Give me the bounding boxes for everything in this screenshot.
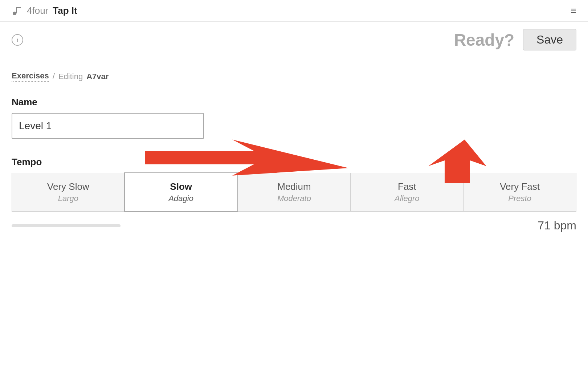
tempo-label: Tempo: [12, 156, 576, 168]
tempo-fast-main: Fast: [398, 181, 416, 192]
app-header: 4four Tap It ≡: [0, 0, 588, 22]
tempo-very-fast[interactable]: Very Fast Presto: [463, 173, 576, 212]
svg-point-0: [13, 12, 16, 15]
tempo-very-fast-sub: Presto: [508, 194, 531, 203]
app-logo: [12, 5, 23, 16]
header-left: 4four Tap It: [12, 5, 77, 16]
page-title: Tap It: [53, 5, 77, 16]
main-content: Exercises / Editing A7var Name Tempo Ver…: [0, 58, 588, 263]
save-button[interactable]: Save: [523, 29, 576, 50]
menu-button[interactable]: ≡: [571, 6, 576, 16]
tempo-medium-sub: Moderato: [277, 194, 311, 203]
tempo-buttons: Very Slow Largo Slow Adagio Medium Moder…: [12, 173, 576, 212]
bpm-display: 71 bpm: [538, 219, 576, 232]
name-section: Name: [12, 97, 576, 139]
tempo-slow-main: Slow: [170, 181, 192, 192]
ready-label: Ready?: [454, 30, 514, 50]
info-button[interactable]: i: [12, 34, 23, 46]
tempo-medium[interactable]: Medium Moderato: [238, 173, 351, 212]
breadcrumb-item-name: A7var: [86, 72, 109, 81]
breadcrumb-separator: /: [53, 72, 55, 81]
breadcrumb-editing: Editing: [58, 72, 83, 81]
tempo-section: Tempo Very Slow Largo Slow Adagio Medium…: [12, 156, 576, 232]
tempo-slow[interactable]: Slow Adagio: [124, 172, 238, 212]
tempo-very-slow-sub: Largo: [58, 194, 78, 203]
slider-row: 71 bpm: [12, 219, 576, 232]
toolbar: i Ready? Save: [0, 22, 588, 58]
logo-icon: [12, 5, 23, 16]
tempo-slider[interactable]: [12, 224, 121, 227]
tempo-very-fast-main: Very Fast: [500, 181, 540, 192]
tempo-fast-sub: Allegro: [395, 194, 419, 203]
breadcrumb-exercises[interactable]: Exercises: [12, 71, 49, 82]
app-name: 4four: [27, 5, 48, 16]
tempo-very-slow[interactable]: Very Slow Largo: [12, 173, 124, 212]
name-label: Name: [12, 97, 576, 108]
name-input[interactable]: [12, 113, 204, 139]
svg-rect-2: [16, 7, 21, 8]
tempo-slow-sub: Adagio: [168, 194, 193, 203]
toolbar-right: Ready? Save: [454, 29, 576, 50]
breadcrumb: Exercises / Editing A7var: [12, 71, 576, 82]
tempo-medium-main: Medium: [277, 181, 311, 192]
tempo-very-slow-main: Very Slow: [47, 181, 89, 192]
tempo-fast[interactable]: Fast Allegro: [350, 173, 463, 212]
